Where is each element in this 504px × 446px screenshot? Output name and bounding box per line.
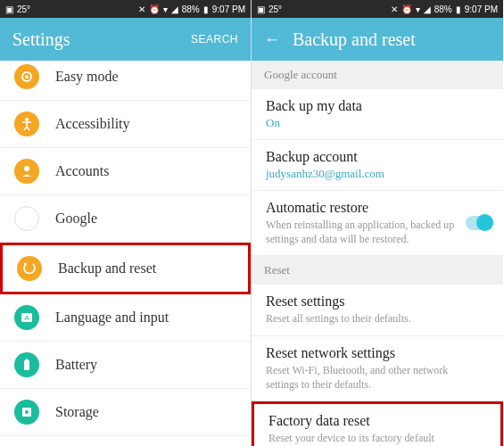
- mute-icon: ✕: [391, 4, 398, 14]
- list-item-label: Language and input: [55, 310, 169, 326]
- battery-icon: ▮: [456, 4, 461, 14]
- weather-icon: ▣: [257, 4, 265, 14]
- settings-panel: ▣ 25° ✕ ⏰ ▾ ◢ 88% ▮ 9:07 PM Settings SEA…: [0, 0, 252, 446]
- alarm-icon: ⏰: [149, 4, 160, 14]
- header-title: Backup and reset: [293, 29, 491, 50]
- svg-text:A: A: [24, 314, 29, 322]
- mute-icon: ✕: [138, 4, 145, 14]
- item-sub: Reset all settings to their defaults.: [266, 311, 489, 326]
- language-icon: A: [14, 305, 39, 330]
- svg-rect-7: [26, 359, 29, 361]
- header-title: Settings: [12, 29, 191, 50]
- item-backup-account[interactable]: Backup account judysanhz30@gmail.com: [252, 140, 503, 191]
- google-icon: G: [14, 206, 39, 231]
- item-reset-settings[interactable]: Reset settings Reset all settings to the…: [252, 285, 503, 335]
- backup-header: ← Backup and reset: [252, 18, 503, 61]
- automatic-restore-toggle[interactable]: [466, 216, 492, 230]
- easy-mode-icon: [14, 64, 39, 89]
- back-arrow-icon[interactable]: ←: [264, 30, 280, 49]
- time-text: 9:07 PM: [465, 4, 498, 14]
- item-sub: When reinstalling an application, backed…: [266, 218, 489, 246]
- backup-reset-panel: ▣ 25° ✕ ⏰ ▾ ◢ 88% ▮ 9:07 PM ← Backup and…: [252, 0, 503, 446]
- sidebar-item-backup-and-reset[interactable]: Backup and reset: [0, 243, 251, 294]
- temp-text: 25°: [269, 4, 282, 14]
- battery-icon: [14, 352, 39, 377]
- battery-icon: ▮: [203, 4, 209, 14]
- list-item-label: Accessibility: [55, 116, 130, 132]
- sidebar-item-google[interactable]: G Google: [0, 195, 251, 243]
- list-item-label: Backup and reset: [58, 260, 156, 277]
- battery-text: 88%: [434, 4, 452, 14]
- item-title: Backup account: [266, 149, 489, 165]
- list-item-label: Accounts: [55, 163, 109, 179]
- accessibility-icon: [14, 112, 39, 136]
- signal-icon: ◢: [424, 4, 431, 14]
- list-item-label: Google: [55, 211, 97, 227]
- svg-point-1: [25, 75, 29, 78]
- settings-header: Settings SEARCH: [0, 18, 251, 61]
- alarm-icon: ⏰: [401, 4, 412, 14]
- accounts-icon: [14, 159, 39, 184]
- status-bar: ▣ 25° ✕ ⏰ ▾ ◢ 88% ▮ 9:07 PM: [252, 0, 503, 18]
- item-reset-network-settings[interactable]: Reset network settings Reset Wi-Fi, Blue…: [252, 336, 503, 401]
- sidebar-item-accessories[interactable]: Accessories: [0, 436, 251, 446]
- svg-point-3: [24, 166, 29, 171]
- settings-list: Easy mode Accessibility Accounts G Googl…: [0, 61, 251, 446]
- sidebar-item-storage[interactable]: Storage: [0, 389, 251, 436]
- item-back-up-my-data[interactable]: Back up my data On: [252, 89, 503, 140]
- sidebar-item-accounts[interactable]: Accounts: [0, 148, 251, 195]
- section-reset: Reset: [252, 256, 503, 285]
- list-item-label: Storage: [55, 404, 99, 420]
- section-google-account: Google account: [252, 61, 503, 89]
- item-title: Reset network settings: [266, 345, 489, 361]
- backup-list: Google account Back up my data On Backup…: [252, 61, 503, 446]
- list-item-label: Battery: [55, 357, 97, 373]
- item-title: Back up my data: [266, 98, 489, 114]
- storage-icon: [14, 400, 39, 425]
- item-sub: On: [266, 116, 489, 130]
- backup-reset-icon: [17, 256, 42, 281]
- list-item-label: Easy mode: [55, 69, 119, 85]
- svg-point-2: [25, 118, 29, 121]
- item-title: Reset settings: [266, 293, 489, 310]
- wifi-icon: ▾: [416, 4, 420, 14]
- search-button[interactable]: SEARCH: [191, 33, 238, 45]
- item-title: Factory data reset: [269, 413, 486, 429]
- status-bar: ▣ 25° ✕ ⏰ ▾ ◢ 88% ▮ 9:07 PM: [0, 0, 251, 18]
- sidebar-item-battery[interactable]: Battery: [0, 342, 251, 389]
- item-automatic-restore[interactable]: Automatic restore When reinstalling an a…: [252, 191, 503, 256]
- signal-icon: ◢: [171, 4, 178, 14]
- weather-icon: ▣: [5, 4, 13, 14]
- sidebar-item-easy-mode[interactable]: Easy mode: [0, 61, 251, 101]
- svg-point-9: [25, 410, 29, 414]
- temp-text: 25°: [17, 4, 30, 14]
- wifi-icon: ▾: [163, 4, 168, 14]
- item-sub: judysanhz30@gmail.com: [266, 167, 489, 181]
- item-title: Automatic restore: [266, 200, 489, 216]
- item-sub: Reset your device to its factory default…: [269, 431, 486, 446]
- item-sub: Reset Wi-Fi, Bluetooth, and other networ…: [266, 363, 489, 392]
- battery-text: 88%: [182, 4, 200, 14]
- sidebar-item-accessibility[interactable]: Accessibility: [0, 101, 251, 148]
- time-text: 9:07 PM: [212, 4, 245, 14]
- sidebar-item-language-and-input[interactable]: A Language and input: [0, 294, 251, 342]
- svg-rect-6: [24, 360, 29, 370]
- item-factory-data-reset[interactable]: Factory data reset Reset your device to …: [252, 401, 503, 446]
